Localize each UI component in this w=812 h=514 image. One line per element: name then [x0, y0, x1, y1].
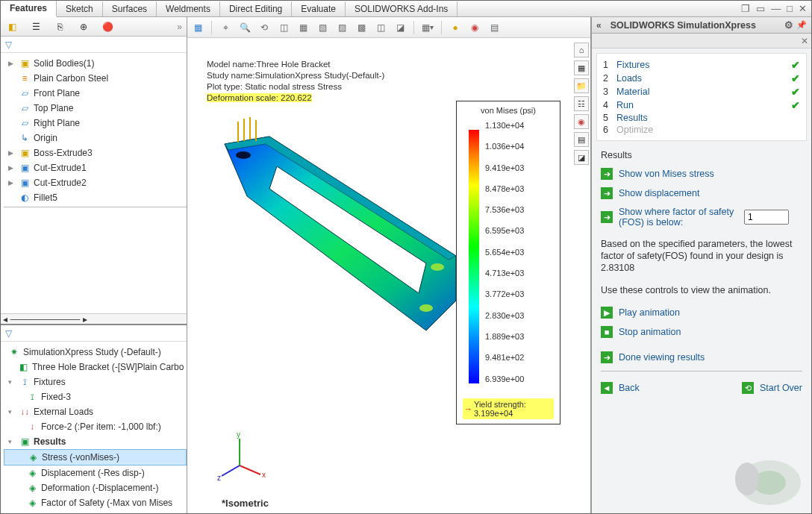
action-label: Back	[619, 383, 640, 393]
zoom-fit-icon[interactable]: ⌖	[218, 20, 233, 35]
start-over-button[interactable]: ⟲Start Over	[742, 382, 802, 394]
taskpane-explorer-icon[interactable]: ☷	[574, 96, 589, 111]
tree-fillet[interactable]: ◐Fillet5	[4, 190, 187, 205]
left-tabs-chevron-icon[interactable]: »	[177, 22, 182, 32]
study-force[interactable]: ↓Force-2 (:Per item: -1,000 lbf:)	[4, 419, 187, 434]
tab-addins[interactable]: SOLIDWORKS Add-Ins	[346, 1, 457, 16]
tree-solid-bodies[interactable]: ▶▣Solid Bodies(1)	[4, 56, 187, 71]
legend-tick: 6.939e+00	[485, 374, 554, 395]
stop-animation-link[interactable]: ■Stop animation	[601, 326, 802, 338]
legend-tick: 3.772e+03	[485, 289, 554, 310]
back-button[interactable]: ◄Back	[601, 382, 640, 394]
cut-icon: ▣	[19, 162, 31, 174]
result-fos[interactable]: ◈Factor of Safety (-Max von Mises	[4, 495, 187, 510]
zoom-area-icon[interactable]: 🔍	[237, 20, 252, 35]
view-settings-icon[interactable]: ▤	[487, 20, 502, 35]
configuration-tab-icon[interactable]: ⎘	[53, 20, 66, 34]
taskpane-view-palette-icon[interactable]: ◉	[574, 114, 589, 129]
chevron-left-icon[interactable]: «	[596, 20, 602, 31]
step-material[interactable]: 3Material✔	[603, 85, 800, 98]
play-animation-link[interactable]: ▶Play animation	[601, 307, 802, 319]
window-tile-icon[interactable]: ▭	[756, 3, 765, 14]
tab-evaluate[interactable]: Evaluate	[292, 1, 346, 16]
view-orientation-icon[interactable]: ▦	[296, 20, 310, 35]
tab-surfaces[interactable]: Surfaces	[103, 1, 157, 16]
tree-material[interactable]: ≡Plain Carbon Steel	[4, 71, 187, 86]
step-loads[interactable]: 2Loads✔	[603, 72, 800, 85]
window-maximize-icon[interactable]: □	[787, 3, 793, 14]
apply-scene-icon[interactable]: ◉	[467, 20, 482, 35]
display-style2-icon[interactable]: ▨	[334, 20, 349, 35]
tree-label: Cut-Extrude2	[34, 178, 87, 188]
tree-top-plane[interactable]: ▱Top Plane	[4, 101, 187, 116]
tree-cut-extrude1[interactable]: ▶▣Cut-Extrude1	[4, 160, 187, 175]
window-cascade-icon[interactable]: ❐	[741, 3, 750, 14]
result-displacement[interactable]: ◈Displacement (-Res disp-)	[4, 466, 187, 480]
display-style4-icon[interactable]: ◫	[373, 20, 388, 35]
legend-tick: 5.654e+03	[485, 248, 554, 269]
taskpane-library-icon[interactable]: 📁	[574, 78, 589, 93]
stress-legend: von Mises (psi) 1.130e+04 1.036e+04 9.41…	[456, 101, 560, 424]
property-manager-tab-icon[interactable]: ☰	[29, 20, 43, 34]
tree-origin[interactable]: ↳Origin	[4, 131, 187, 145]
hide-show-icon[interactable]: ▦▾	[420, 20, 435, 35]
edit-appearance-icon[interactable]: ●	[448, 20, 463, 35]
study-results[interactable]: ▾▣Results	[4, 434, 187, 449]
prev-view-icon[interactable]: ⟲	[257, 20, 272, 35]
result-deformation[interactable]: ◈Deformation (-Displacement-)	[4, 480, 187, 495]
feature-tree-tab-icon[interactable]: ◧	[5, 20, 19, 34]
tree-right-plane[interactable]: ▱Right Plane	[4, 116, 187, 131]
legend-tick: 1.130e+04	[485, 121, 554, 142]
window-close-icon[interactable]: ✕	[799, 3, 807, 14]
display-style3-icon[interactable]: ▩	[354, 20, 369, 35]
tree-cut-extrude2[interactable]: ▶▣Cut-Extrude2	[4, 175, 187, 190]
section-view-icon[interactable]: ◫	[276, 20, 291, 35]
taskpane-home-icon[interactable]: ⌂	[574, 43, 589, 57]
tab-features[interactable]: Features	[1, 1, 57, 17]
study-root[interactable]: ✷SimulationXpress Study (-Default-)	[4, 345, 187, 360]
taskpane-appearances-icon[interactable]: ▤	[574, 132, 589, 147]
dimxpert-tab-icon[interactable]: ⊕	[77, 20, 90, 34]
bracket-model	[202, 107, 471, 375]
tree-label: Boss-Extrude3	[34, 148, 93, 158]
tab-sketch[interactable]: Sketch	[57, 1, 103, 16]
window-minimize-icon[interactable]: —	[771, 3, 781, 14]
step-results[interactable]: 5Results	[603, 112, 800, 124]
action-label: Done viewing results	[619, 352, 705, 363]
orientation-triad[interactable]: x y z	[217, 428, 269, 480]
study-part[interactable]: ◧Three Hole Bracket (-[SW]Plain Carbo	[4, 360, 187, 374]
show-fos-link[interactable]: ➔ Show where factor of safety (FOS) is b…	[601, 207, 802, 228]
funnel-icon[interactable]: ▽	[5, 40, 12, 50]
tree-front-plane[interactable]: ▱Front Plane	[4, 86, 187, 101]
step-run[interactable]: 4Run✔	[603, 98, 800, 112]
tree-boss-extrude[interactable]: ▶▣Boss-Extrude3	[4, 145, 187, 160]
arrow-box-icon: ➔	[601, 187, 613, 199]
tree-scroll-area[interactable]: ◂ ─────────── ▸	[1, 313, 187, 324]
study-fixtures[interactable]: ▾⟟Fixtures	[4, 374, 187, 389]
panel-close-icon[interactable]: ✕	[801, 36, 808, 46]
view-cube-icon[interactable]: ▦	[190, 20, 205, 35]
appearance-tab-icon[interactable]: 🔴	[101, 20, 114, 34]
taskpane-resources-icon[interactable]: ▦	[574, 60, 589, 75]
fixture-arrows-icon	[238, 117, 256, 142]
done-viewing-link[interactable]: ➔Done viewing results	[601, 351, 802, 363]
step-fixtures[interactable]: 1Fixtures✔	[603, 58, 800, 72]
study-fixed[interactable]: ⟟Fixed-3	[4, 389, 187, 404]
tab-direct-editing[interactable]: Direct Editing	[220, 1, 292, 16]
display-style5-icon[interactable]: ◪	[393, 20, 407, 35]
funnel-icon[interactable]: ▽	[5, 328, 12, 339]
graphics-area[interactable]: ▦ ⌖ 🔍 ⟲ ◫ ▦ ▧ ▨ ▩ ◫ ◪ ▦▾ ● ◉ ▤ ⌂ ▦ 📁 ☷ ◉	[187, 17, 590, 513]
result-stress[interactable]: ◈Stress (-vonMises-)	[4, 449, 187, 466]
gear-icon[interactable]: ⚙	[784, 19, 793, 31]
pin-icon[interactable]: 📌	[796, 20, 807, 30]
display-style-icon[interactable]: ▧	[315, 20, 330, 35]
legend-tick: 7.536e+03	[485, 205, 554, 226]
step-label: Optimize	[616, 125, 653, 135]
show-stress-link[interactable]: ➔Show von Mises stress	[601, 168, 802, 180]
tab-weldments[interactable]: Weldments	[157, 1, 220, 16]
show-displacement-link[interactable]: ➔Show displacement	[601, 187, 802, 199]
legend-tick: 1.889e+03	[485, 332, 554, 353]
study-loads[interactable]: ▾↓↓External Loads	[4, 404, 187, 419]
fos-threshold-input[interactable]	[744, 210, 789, 225]
taskpane-custom-icon[interactable]: ◪	[574, 150, 589, 165]
